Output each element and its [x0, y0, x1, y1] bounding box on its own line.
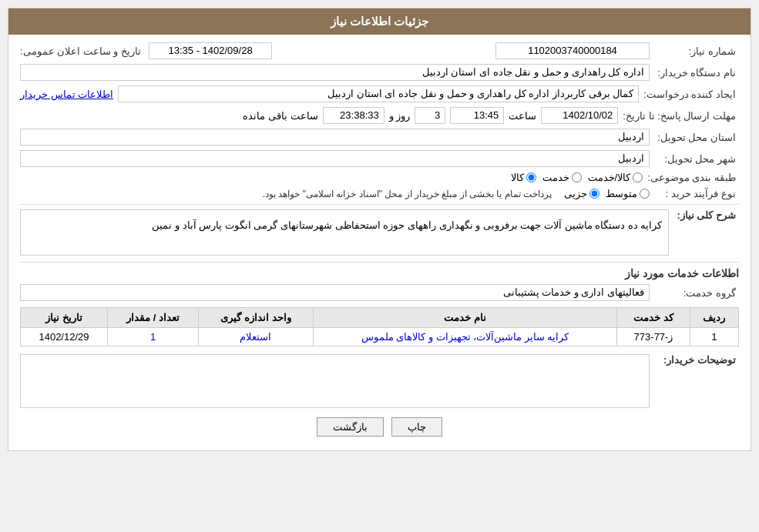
ettelaat-tamas-link[interactable]: اطلاعات تماس خریدار: [20, 89, 113, 100]
chap-button[interactable]: چاپ: [391, 417, 442, 437]
col-tedad: تعداد / مقدار: [107, 308, 198, 328]
nam-dastgah-label: نام دستگاه خریدار:: [654, 67, 739, 79]
col-vahed: واحد اندازه گیری: [199, 308, 314, 328]
group-khedmat-label: گروه خدمت:: [654, 287, 739, 299]
cell-vahed[interactable]: استعلام: [199, 328, 314, 346]
cell-kod: ز-77-773: [617, 328, 690, 346]
date-value: 1402/10/02: [541, 107, 618, 124]
saat-label: ساعت: [509, 110, 536, 122]
roz-value: 3: [415, 107, 445, 124]
shomara-value: 1102003740000184: [495, 42, 650, 59]
radio-kala-khedmat[interactable]: کالا/خدمت: [588, 172, 643, 183]
ijad-konande-value: کمال برقی کاربرداز اداره کل راهداری و حم…: [118, 85, 639, 102]
ijad-konande-label: ایجاد کننده درخواست:: [643, 89, 739, 100]
cell-radif: 1: [690, 328, 738, 346]
col-tarikh: تاریخ نیاز: [21, 308, 108, 328]
noe-farayand-label: نوع فرآیند خرید :: [654, 188, 739, 199]
radio-motavaset[interactable]: متوسط: [606, 188, 650, 199]
radio-khedmat[interactable]: خدمت: [542, 172, 582, 183]
services-table: ردیف کد خدمت نام خدمت واحد اندازه گیری ت…: [20, 307, 739, 346]
shahr-label: شهر محل تحویل:: [654, 153, 739, 165]
bazgasht-button[interactable]: بازگشت: [317, 417, 384, 437]
cell-nam[interactable]: کرایه سایر ماشین‌آلات، تجهیزات و کالاهای…: [313, 328, 616, 346]
tarikh-aalan-label: تاریخ و ساعت اعلان عمومی:: [20, 45, 144, 57]
baki-mande-value: 23:38:33: [323, 107, 385, 124]
mohlat-label: مهلت ارسال پاسخ: تا تاریخ:: [623, 110, 739, 122]
shahr-value: اردبیل: [20, 150, 650, 167]
noe-notice: پرداخت تمام یا بخشی از مبلغ خریدار از مح…: [263, 189, 552, 199]
tarikh-aalan-value: 1402/09/28 - 13:35: [149, 42, 272, 59]
roz-label: روز و: [389, 110, 411, 122]
cell-tarikh: 1402/12/29: [21, 328, 108, 346]
ostan-value: اردبیل: [20, 129, 650, 146]
shomara-label: شماره نیاز:: [654, 45, 739, 57]
col-kod: کد خدمت: [617, 308, 690, 328]
sharh-label: شرح کلی نیاز:: [677, 209, 739, 256]
toseeh-textarea[interactable]: [20, 354, 650, 408]
nam-dastgah-value: اداره کل راهداری و حمل و نقل جاده ای است…: [20, 64, 650, 81]
saat-value: 13:45: [450, 107, 504, 124]
radio-jozvi[interactable]: جزیی: [564, 188, 599, 199]
sharh-content: کرایه ده دستگاه ماشین آلات جهت برفروبی و…: [20, 209, 669, 256]
button-row: چاپ بازگشت: [20, 417, 739, 437]
toseeh-label: توضیحات خریدار:: [654, 354, 739, 366]
panel-title: جزئیات اطلاعات نیاز: [8, 8, 751, 35]
tabaqeh-label: طبقه بندی موضوعی:: [647, 172, 739, 183]
ostan-label: استان محل تحویل:: [654, 132, 739, 143]
khadamat-section-title: اطلاعات خدمات مورد نیاز: [20, 267, 739, 279]
col-radif: ردیف: [690, 308, 738, 328]
group-khedmat-value: فعالیتهای اداری و خدمات پشتیبانی: [20, 284, 650, 301]
baki-mande-label: ساعت باقی مانده: [243, 110, 317, 122]
cell-tedad: 1: [107, 328, 198, 346]
radio-kala[interactable]: کالا: [511, 172, 536, 183]
table-row: 1 ز-77-773 کرایه سایر ماشین‌آلات، تجهیزا…: [21, 328, 739, 346]
col-nam: نام خدمت: [313, 308, 616, 328]
